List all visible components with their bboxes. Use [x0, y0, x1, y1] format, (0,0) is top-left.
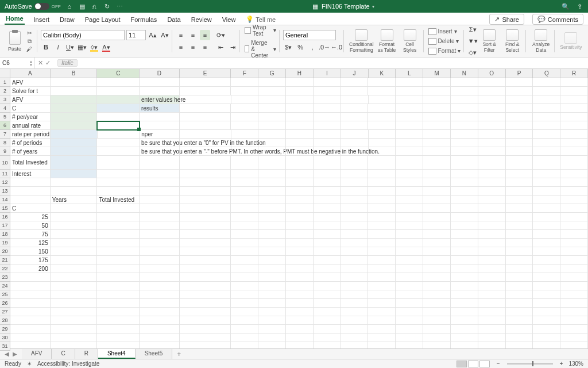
cell[interactable]	[231, 282, 258, 290]
cell[interactable]	[286, 139, 314, 147]
cell[interactable]	[140, 325, 180, 334]
column-header[interactable]: F	[231, 69, 258, 78]
cell[interactable]	[396, 178, 423, 187]
cell[interactable]	[231, 187, 258, 195]
cell[interactable]	[478, 308, 506, 316]
row-header[interactable]: 24	[0, 282, 10, 290]
cell[interactable]	[180, 239, 231, 247]
cell[interactable]	[180, 334, 231, 342]
cell[interactable]	[560, 239, 588, 247]
cell[interactable]	[506, 139, 533, 147]
cell[interactable]	[231, 204, 258, 213]
cell[interactable]	[396, 104, 423, 113]
row-header[interactable]: 30	[0, 334, 10, 342]
cell[interactable]	[286, 282, 314, 290]
cell[interactable]	[423, 95, 451, 104]
row-header[interactable]: 21	[0, 256, 10, 264]
cell[interactable]	[560, 130, 588, 139]
cell[interactable]	[258, 290, 286, 299]
cell[interactable]	[180, 316, 231, 325]
cell[interactable]: 150	[10, 247, 51, 256]
cell[interactable]	[478, 299, 506, 308]
cell[interactable]	[341, 230, 369, 239]
cell[interactable]	[51, 308, 98, 316]
cell[interactable]	[451, 113, 478, 121]
cell[interactable]	[506, 230, 533, 239]
cell[interactable]	[368, 230, 396, 239]
cell[interactable]	[98, 130, 140, 139]
cell[interactable]	[231, 325, 258, 334]
row-header[interactable]: 22	[0, 264, 10, 273]
cell[interactable]	[258, 282, 286, 290]
tab-review[interactable]: Review	[190, 14, 213, 25]
cell[interactable]	[533, 147, 560, 156]
cell[interactable]	[341, 256, 369, 264]
cell[interactable]	[341, 282, 369, 290]
cell[interactable]	[286, 334, 314, 342]
cell[interactable]	[396, 221, 423, 230]
cell[interactable]	[451, 87, 478, 95]
cell[interactable]	[423, 104, 451, 113]
cell[interactable]	[97, 104, 140, 113]
cell[interactable]	[478, 121, 506, 130]
cell[interactable]	[286, 299, 314, 308]
cell[interactable]	[314, 308, 341, 316]
cell[interactable]	[286, 156, 314, 170]
cell[interactable]	[560, 156, 588, 170]
cell[interactable]	[368, 204, 396, 213]
cell[interactable]	[140, 316, 180, 325]
cell[interactable]	[10, 178, 51, 187]
cell[interactable]	[51, 178, 98, 187]
cell[interactable]	[231, 78, 258, 87]
cell[interactable]	[341, 299, 369, 308]
column-headers[interactable]: ABCDEFGHIJKLMNOPQR	[10, 69, 588, 78]
cell[interactable]	[369, 95, 396, 104]
cell[interactable]: rate per period	[10, 130, 51, 139]
row-header[interactable]: 14	[0, 195, 10, 204]
document-title[interactable]: FIN106 Template	[322, 3, 370, 10]
cell[interactable]	[231, 290, 258, 299]
cell[interactable]	[314, 299, 341, 308]
row-header[interactable]: 31	[0, 342, 10, 351]
cell[interactable]	[478, 178, 506, 187]
select-all-corner[interactable]	[0, 69, 10, 78]
cell[interactable]	[314, 247, 341, 256]
cell[interactable]	[97, 170, 140, 178]
cell[interactable]	[368, 247, 396, 256]
zoom-level[interactable]: 130%	[568, 361, 583, 367]
cell[interactable]	[451, 316, 478, 325]
cell[interactable]	[368, 213, 396, 221]
cell[interactable]	[231, 221, 258, 230]
cell[interactable]	[258, 147, 286, 156]
cell[interactable]	[506, 121, 533, 130]
paste-button[interactable]: Paste	[6, 31, 24, 52]
cell[interactable]	[560, 334, 588, 342]
cell[interactable]	[560, 247, 588, 256]
cell[interactable]	[51, 247, 98, 256]
column-header[interactable]: M	[423, 69, 451, 78]
cell[interactable]	[423, 282, 451, 290]
add-sheet-button[interactable]: +	[172, 350, 185, 358]
cell[interactable]	[506, 95, 533, 104]
cell[interactable]	[231, 156, 258, 170]
cell[interactable]	[396, 325, 423, 334]
row-header[interactable]: 10	[0, 156, 10, 170]
cell[interactable]	[341, 139, 369, 147]
cell[interactable]	[533, 256, 560, 264]
cell[interactable]	[396, 139, 423, 147]
cell[interactable]	[314, 87, 341, 95]
cell[interactable]	[396, 230, 423, 239]
decrease-font-icon[interactable]: A▾	[160, 30, 170, 40]
cell[interactable]	[180, 187, 231, 195]
cell[interactable]	[286, 87, 314, 95]
cell[interactable]	[533, 95, 560, 104]
cell[interactable]	[97, 78, 140, 87]
cell[interactable]	[341, 95, 369, 104]
cell-styles-button[interactable]: Cell Styles	[399, 29, 421, 53]
cell[interactable]	[396, 334, 423, 342]
cell[interactable]	[10, 316, 51, 325]
cell[interactable]	[341, 187, 369, 195]
cell[interactable]	[478, 239, 506, 247]
column-header[interactable]: A	[10, 69, 51, 78]
cell[interactable]	[368, 325, 396, 334]
